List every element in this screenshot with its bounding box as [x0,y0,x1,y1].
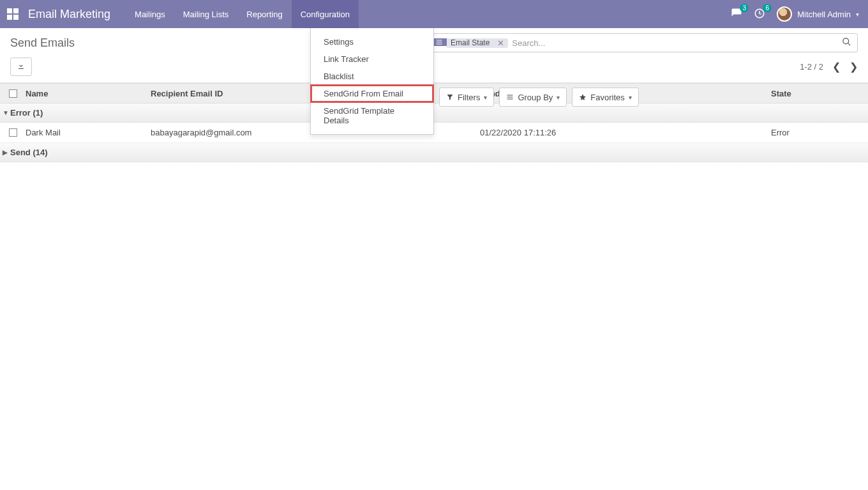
main-menu: Mailings Mailing Lists Reporting Configu… [126,0,359,28]
svg-point-1 [842,38,848,44]
pager-prev[interactable]: ❮ [832,61,841,73]
caret-down-icon: ▾ [484,94,487,101]
groupby-button[interactable]: Group By ▾ [499,88,567,107]
search-bar[interactable]: Email State ✕ [429,33,858,52]
dropdown-item-sendgrid-from-email[interactable]: SendGrid From Email [311,85,433,102]
navbar-left: Email Marketing Mailings Mailing Lists R… [0,0,359,28]
header-state[interactable]: State [771,89,868,98]
chevron-right-icon: ▶ [3,149,9,156]
search-tool-buttons: Filters ▾ Group By ▾ Favorites ▾ [439,88,639,107]
search-icon[interactable] [835,37,857,49]
cp-buttons-left [10,57,32,76]
activities-count-badge: 6 [763,4,772,12]
chevron-down-icon: ▼ [3,109,9,116]
caret-down-icon: ▾ [856,11,859,18]
dropdown-item-blacklist[interactable]: Blacklist [311,68,433,85]
cell-name: Dark Mail [26,128,151,137]
control-panel: Send Emails Email State ✕ Filte [0,28,868,83]
menu-mailing-lists[interactable]: Mailing Lists [174,0,238,28]
table-header: Name Recipient Email ID Send Date State [0,83,868,103]
filters-label: Filters [458,93,480,102]
header-name[interactable]: Name [26,89,151,98]
pager: 1-2 / 2 ❮ ❯ [800,61,858,73]
navbar-right: 3 6 Mitchell Admin ▾ [722,0,868,28]
apps-launcher-button[interactable] [0,0,26,28]
download-icon [17,62,25,70]
cell-state: Error [771,128,868,137]
page-title: Send Emails [10,36,75,50]
cp-bottom-row: Filters ▾ Group By ▾ Favorites ▾ 1-2 / 2… [10,57,858,76]
dropdown-item-sendgrid-template-details[interactable]: SendGrid Template Details [311,102,433,129]
search-facet-email-state: Email State ✕ [431,38,508,48]
group-row-error[interactable]: ▼ Error (1) [0,103,868,123]
list-icon [506,93,514,101]
filters-button[interactable]: Filters ▾ [439,88,494,107]
group-label: Error (1) [10,108,43,118]
row-checkbox-cell [0,128,26,137]
messages-button[interactable]: 3 [731,8,742,21]
avatar [777,6,792,22]
table-row[interactable]: Dark Mail babayagarapid@gmail.com 01/22/… [0,123,868,143]
header-checkbox-cell [0,89,26,98]
favorites-label: Favorites [590,93,624,102]
groupby-label: Group By [518,93,553,102]
app-title[interactable]: Email Marketing [26,8,126,21]
dropdown-item-link-tracker[interactable]: Link Tracker [311,50,433,68]
funnel-icon [446,93,454,101]
user-menu[interactable]: Mitchell Admin ▾ [777,6,859,22]
pager-next[interactable]: ❯ [849,61,858,73]
download-button[interactable] [10,57,32,76]
caret-down-icon: ▾ [629,94,632,101]
caret-down-icon: ▾ [557,94,560,101]
star-icon [579,93,587,101]
facet-label: Email State [447,38,493,48]
dropdown-item-settings[interactable]: Settings [311,33,433,50]
menu-configuration[interactable]: Configuration [292,0,359,28]
group-label: Send (14) [10,148,48,157]
top-navbar: Email Marketing Mailings Mailing Lists R… [0,0,868,28]
select-all-checkbox[interactable] [9,89,17,98]
row-checkbox[interactable] [9,128,17,137]
pager-text[interactable]: 1-2 / 2 [800,62,823,72]
menu-reporting[interactable]: Reporting [237,0,291,28]
facet-remove-button[interactable]: ✕ [493,38,508,48]
cp-top-row: Send Emails Email State ✕ [10,33,858,52]
search-input[interactable] [508,34,835,51]
messages-count-badge: 3 [740,4,749,12]
cp-right-controls: 1-2 / 2 ❮ ❯ [800,61,858,73]
pager-arrows: ❮ ❯ [832,61,858,73]
favorites-button[interactable]: Favorites ▾ [572,88,638,107]
activities-button[interactable]: 6 [754,8,765,21]
configuration-dropdown: Settings Link Tracker Blacklist SendGrid… [310,28,434,135]
user-name: Mitchell Admin [797,10,851,19]
menu-mailings[interactable]: Mailings [126,0,174,28]
apps-icon [7,8,19,20]
group-row-send[interactable]: ▶ Send (14) [0,143,868,162]
cell-date: 01/22/2020 17:11:26 [480,128,771,137]
